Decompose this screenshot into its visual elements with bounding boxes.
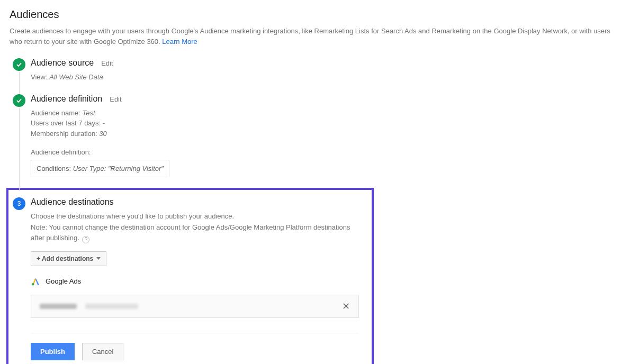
step-audience-destinations: 3 Audience destinations Choose the desti… [13, 197, 367, 360]
step-audience-definition: Audience definition Edit Audience name: … [13, 94, 620, 189]
chevron-down-icon [96, 257, 101, 260]
step-audience-source: Audience source Edit View: All Web Site … [13, 58, 620, 94]
step-title-destinations: Audience destinations [31, 197, 114, 207]
cancel-button[interactable]: Cancel [82, 343, 123, 360]
check-icon [13, 58, 25, 71]
step-title-definition: Audience definition [31, 94, 102, 104]
page-description: Create audiences to engage with your use… [10, 26, 618, 47]
step-title-source: Audience source [31, 58, 94, 68]
duration-value: 30 [99, 130, 106, 138]
audience-name-label: Audience name: [31, 109, 83, 117]
redacted-text [85, 304, 138, 309]
destination-group-label: Google Ads [46, 277, 81, 285]
duration-label: Membership duration: [31, 130, 99, 138]
edit-definition-link[interactable]: Edit [110, 95, 121, 103]
step-number-icon: 3 [13, 197, 25, 210]
destination-row: ✕ [31, 295, 359, 318]
divider [31, 333, 359, 333]
page-description-text: Create audiences to engage with your use… [10, 27, 610, 46]
svg-point-0 [32, 283, 34, 286]
help-icon[interactable]: ? [82, 236, 89, 243]
add-destinations-label: + Add destinations [37, 255, 93, 262]
conditions-value: User Type: "Returning Visitor" [73, 165, 164, 172]
publish-button[interactable]: Publish [31, 343, 75, 360]
google-ads-icon [31, 277, 40, 286]
edit-source-link[interactable]: Edit [101, 59, 113, 67]
definition-box: Conditions: User Type: "Returning Visito… [31, 160, 169, 178]
close-icon[interactable]: ✕ [342, 302, 350, 311]
add-destinations-button[interactable]: + Add destinations [31, 251, 106, 266]
audience-name-value: Test [83, 109, 95, 117]
page-title: Audiences [10, 8, 620, 21]
highlighted-section: 3 Audience destinations Choose the desti… [6, 188, 374, 364]
view-value: All Web Site Data [49, 73, 103, 81]
conditions-label: Conditions: [37, 165, 73, 172]
definition-label: Audience definition: [31, 147, 620, 158]
users-value: - [103, 119, 105, 127]
destinations-desc-1: Choose the destinations where you'd like… [31, 211, 359, 222]
learn-more-link[interactable]: Learn More [162, 38, 197, 46]
redacted-text [40, 304, 77, 309]
destinations-desc-2: Note: You cannot change the destination … [31, 223, 350, 242]
users-label: Users over last 7 days: [31, 119, 103, 127]
check-icon [13, 94, 25, 107]
view-label: View: [31, 73, 49, 81]
